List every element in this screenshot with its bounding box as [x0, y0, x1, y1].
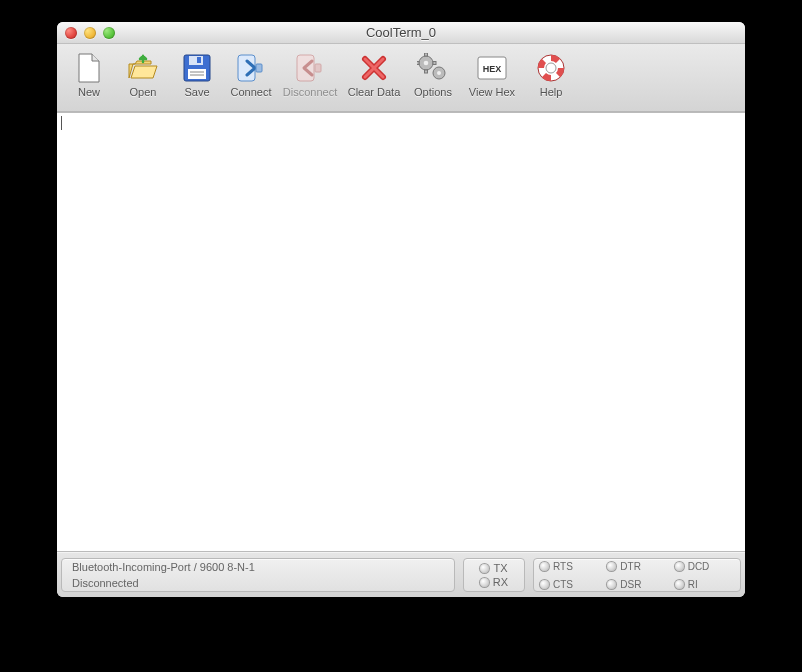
txrx-panel: TX RX: [463, 558, 525, 592]
lifebuoy-icon: [525, 51, 577, 85]
rx-label: RX: [493, 576, 508, 588]
open-button[interactable]: Open: [117, 49, 169, 98]
dcd-led: [675, 562, 684, 571]
window-title: CoolTerm_0: [57, 25, 745, 40]
cts-label: CTS: [553, 579, 573, 590]
connect-label: Connect: [225, 86, 277, 98]
cts-led: [540, 580, 549, 589]
new-label: New: [63, 86, 115, 98]
disconnect-label: Disconnect: [279, 86, 341, 98]
save-button[interactable]: Save: [171, 49, 223, 98]
rx-led: [480, 578, 489, 587]
clear-x-icon: [343, 51, 405, 85]
title-bar: CoolTerm_0: [57, 22, 745, 44]
rts-label: RTS: [553, 561, 573, 572]
viewhex-label: View Hex: [461, 86, 523, 98]
help-label: Help: [525, 86, 577, 98]
dtr-label: DTR: [620, 561, 641, 572]
svg-point-21: [546, 63, 556, 73]
help-button[interactable]: Help: [525, 49, 577, 98]
rts-led: [540, 562, 549, 571]
dtr-led: [607, 562, 616, 571]
svg-text:HEX: HEX: [483, 64, 502, 74]
options-button[interactable]: Options: [407, 49, 459, 98]
open-label: Open: [117, 86, 169, 98]
options-label: Options: [407, 86, 459, 98]
close-window-button[interactable]: [65, 27, 77, 39]
connection-state-text: Disconnected: [72, 577, 139, 589]
plug-disconnect-icon: [279, 51, 341, 85]
svg-rect-9: [315, 64, 321, 72]
clear-data-button[interactable]: Clear Data: [343, 49, 405, 98]
disconnect-button: Disconnect: [279, 49, 341, 98]
text-cursor: [61, 116, 62, 130]
clear-label: Clear Data: [343, 86, 405, 98]
ri-led: [675, 580, 684, 589]
floppy-disk-icon: [171, 51, 223, 85]
new-button[interactable]: New: [63, 49, 115, 98]
connection-info-panel: Bluetooth-Incoming-Port / 9600 8-N-1 Dis…: [61, 558, 455, 592]
dcd-label: DCD: [688, 561, 710, 572]
connect-button[interactable]: Connect: [225, 49, 277, 98]
flow-control-panel: RTS DTR DCD CTS DSR RI: [533, 558, 741, 592]
hex-icon: HEX: [461, 51, 523, 85]
port-settings-text: Bluetooth-Incoming-Port / 9600 8-N-1: [72, 561, 255, 573]
tx-led: [480, 564, 489, 573]
window-controls: [65, 27, 115, 39]
dsr-label: DSR: [620, 579, 641, 590]
tx-label: TX: [493, 562, 507, 574]
svg-rect-3: [188, 69, 206, 79]
save-label: Save: [171, 86, 223, 98]
svg-point-17: [437, 71, 441, 75]
plug-connect-icon: [225, 51, 277, 85]
zoom-window-button[interactable]: [103, 27, 115, 39]
gears-icon: [407, 51, 459, 85]
svg-point-11: [424, 61, 429, 66]
terminal-area[interactable]: [57, 112, 745, 552]
app-window: CoolTerm_0 New Open Save Connect: [57, 22, 745, 597]
svg-rect-6: [238, 55, 255, 81]
folder-open-icon: [117, 51, 169, 85]
status-bar: Bluetooth-Incoming-Port / 9600 8-N-1 Dis…: [57, 552, 745, 597]
svg-rect-15: [433, 62, 436, 65]
svg-rect-7: [256, 64, 262, 72]
svg-rect-13: [425, 70, 428, 73]
document-icon: [63, 51, 115, 85]
toolbar: New Open Save Connect Disconnect: [57, 44, 745, 112]
svg-rect-12: [425, 53, 428, 56]
svg-rect-14: [417, 62, 419, 65]
minimize-window-button[interactable]: [84, 27, 96, 39]
dsr-led: [607, 580, 616, 589]
svg-rect-2: [197, 57, 201, 63]
view-hex-button[interactable]: HEX View Hex: [461, 49, 523, 98]
ri-label: RI: [688, 579, 698, 590]
